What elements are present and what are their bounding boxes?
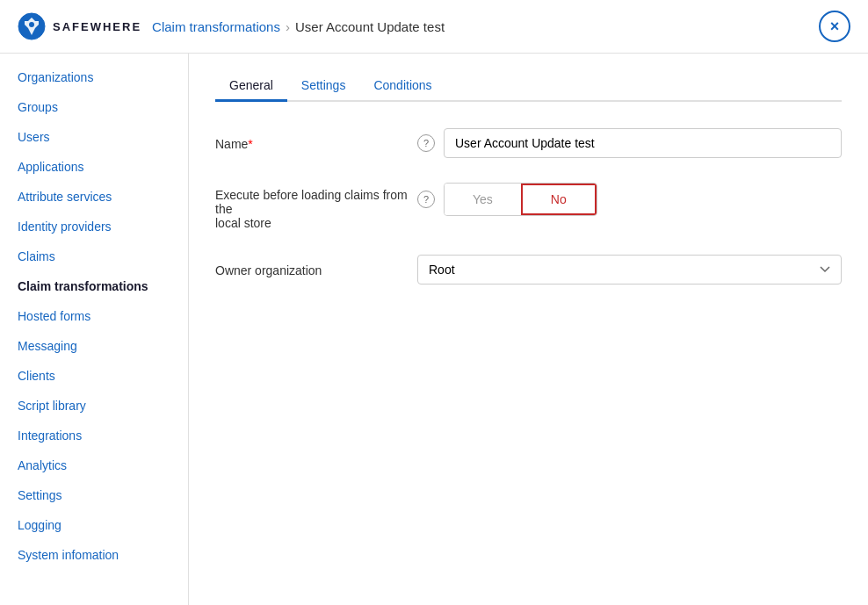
sidebar-item-organizations[interactable]: Organizations bbox=[0, 62, 188, 92]
sidebar-item-identity-providers[interactable]: Identity providers bbox=[0, 212, 188, 241]
sidebar-item-hosted-forms[interactable]: Hosted forms bbox=[0, 301, 188, 331]
sidebar-item-integrations[interactable]: Integrations bbox=[0, 421, 188, 450]
sidebar: OrganizationsGroupsUsersApplicationsAttr… bbox=[0, 54, 189, 605]
sidebar-item-system-information[interactable]: System infomation bbox=[0, 540, 188, 570]
sidebar-item-claims[interactable]: Claims bbox=[0, 241, 188, 271]
sidebar-item-logging[interactable]: Logging bbox=[0, 510, 188, 540]
tab-settings[interactable]: Settings bbox=[287, 71, 360, 102]
no-button[interactable]: No bbox=[521, 184, 597, 215]
header-left: SAFEWHERE Claim transformations › User A… bbox=[18, 12, 445, 40]
name-control-area: ? bbox=[417, 128, 842, 158]
sidebar-item-script-library[interactable]: Script library bbox=[0, 391, 188, 421]
header: SAFEWHERE Claim transformations › User A… bbox=[0, 0, 868, 54]
sidebar-item-applications[interactable]: Applications bbox=[0, 152, 188, 182]
yes-no-toggle: Yes No bbox=[444, 183, 597, 216]
yes-button[interactable]: Yes bbox=[445, 184, 521, 215]
owner-label: Owner organization bbox=[215, 255, 417, 277]
execute-help-icon[interactable]: ? bbox=[417, 191, 435, 208]
sidebar-item-messaging[interactable]: Messaging bbox=[0, 331, 188, 361]
name-row: Name* ? bbox=[215, 128, 842, 158]
owner-row: Owner organization Root Organization 1 O… bbox=[215, 255, 842, 284]
breadcrumb-separator: › bbox=[286, 19, 290, 34]
sidebar-item-clients[interactable]: Clients bbox=[0, 361, 188, 391]
svg-point-1 bbox=[29, 22, 34, 27]
sidebar-item-analytics[interactable]: Analytics bbox=[0, 450, 188, 480]
breadcrumb-current: User Account Update test bbox=[295, 19, 445, 34]
sidebar-item-settings[interactable]: Settings bbox=[0, 480, 188, 510]
logo-icon bbox=[18, 12, 46, 40]
layout: OrganizationsGroupsUsersApplicationsAttr… bbox=[0, 54, 868, 605]
execute-label: Execute before loading claims from the l… bbox=[215, 183, 417, 230]
tab-conditions[interactable]: Conditions bbox=[359, 71, 445, 102]
main-content: GeneralSettingsConditions Name* ? Execut… bbox=[189, 54, 868, 605]
name-help-icon[interactable]: ? bbox=[417, 134, 435, 152]
sidebar-item-users[interactable]: Users bbox=[0, 122, 188, 152]
sidebar-item-groups[interactable]: Groups bbox=[0, 92, 188, 122]
breadcrumb: Claim transformations › User Account Upd… bbox=[152, 19, 445, 34]
tab-general[interactable]: General bbox=[215, 71, 287, 102]
execute-row: Execute before loading claims from the l… bbox=[215, 183, 842, 230]
logo: SAFEWHERE bbox=[18, 12, 141, 40]
sidebar-item-claim-transformations[interactable]: Claim transformations bbox=[0, 271, 188, 301]
owner-control-area: Root Organization 1 Organization 2 bbox=[417, 255, 842, 284]
sidebar-item-attribute-services[interactable]: Attribute services bbox=[0, 182, 188, 212]
form: Name* ? Execute before loading claims fr… bbox=[215, 128, 842, 284]
tabs: GeneralSettingsConditions bbox=[215, 54, 842, 102]
owner-select[interactable]: Root Organization 1 Organization 2 bbox=[417, 255, 842, 284]
close-button[interactable]: × bbox=[819, 11, 850, 42]
breadcrumb-link[interactable]: Claim transformations bbox=[152, 19, 280, 34]
logo-text: SAFEWHERE bbox=[53, 20, 141, 33]
name-label: Name* bbox=[215, 128, 417, 151]
execute-control-area: ? Yes No bbox=[417, 183, 842, 216]
name-input[interactable] bbox=[444, 128, 842, 158]
